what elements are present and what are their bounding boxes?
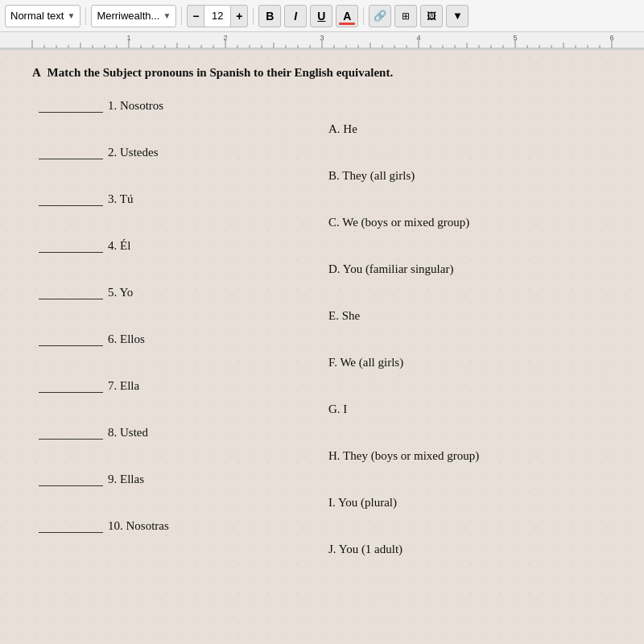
answer-line [39, 287, 103, 299]
section-label: A [32, 66, 41, 79]
style-chevron-icon: ▼ [67, 11, 75, 20]
right-spacer [322, 188, 612, 211]
svg-text:4: 4 [416, 34, 420, 42]
left-item: 7. Ella [32, 374, 322, 398]
answer-line [39, 193, 103, 206]
separator-1 [85, 7, 86, 25]
left-spacer [32, 211, 322, 234]
table-row: 10. Nosotras [32, 514, 612, 538]
number-label: 1. Nosotros [108, 99, 163, 112]
left-spacer [32, 538, 322, 561]
underline-button[interactable]: U [310, 5, 332, 27]
answer-letter: H. [328, 449, 341, 462]
left-spacer [32, 118, 322, 141]
answer-text: She [342, 309, 361, 322]
left-spacer [32, 444, 322, 468]
separator-3 [253, 7, 254, 25]
right-spacer [322, 468, 612, 491]
font-color-label: A [343, 10, 351, 23]
font-dropdown[interactable]: Merriwealth... ▼ [91, 5, 176, 27]
font-size-decrease-button[interactable]: − [187, 5, 204, 27]
table-row: D. You (familiar singular) [32, 258, 612, 281]
answer-line [39, 473, 103, 486]
number-label: 6. Ellos [108, 332, 145, 345]
answer-text: He [343, 122, 357, 135]
link-button[interactable]: 🔗 [369, 5, 391, 27]
number-label: 4. Él [108, 239, 130, 252]
insert-icon: ⊞ [402, 10, 410, 22]
left-item: 1. Nosotros [32, 94, 322, 118]
svg-text:1: 1 [126, 34, 130, 42]
left-spacer [32, 164, 322, 188]
table-row: 3. Tú [32, 188, 612, 211]
right-spacer [322, 421, 612, 444]
document-area: A Match the Subject pronouns in Spanish … [0, 50, 644, 644]
italic-button[interactable]: I [284, 5, 307, 27]
matching-table: 1. NosotrosA. He2. UstedesB. They (all g… [32, 94, 612, 561]
left-item: 8. Usted [32, 421, 322, 444]
svg-text:5: 5 [513, 34, 517, 42]
title-text: Match the Subject pronouns in Spanish to… [47, 66, 394, 79]
left-item: 9. Ellas [32, 468, 322, 491]
svg-text:6: 6 [609, 34, 613, 42]
toolbar: Normal text ▼ Merriwealth... ▼ − 12 + B … [0, 0, 644, 32]
table-row: E. She [32, 304, 612, 328]
answer-letter: C. [328, 216, 340, 229]
answer-line [39, 380, 103, 393]
table-row: A. He [32, 118, 612, 141]
right-item: C. We (boys or mixed group) [322, 211, 612, 234]
number-label: 8. Usted [108, 426, 148, 439]
right-item: J. You (1 adult) [322, 538, 612, 561]
separator-2 [181, 7, 182, 25]
answer-line [39, 520, 103, 533]
left-item: 10. Nosotras [32, 514, 322, 538]
table-row: 5. Yo [32, 281, 612, 304]
right-spacer [322, 94, 612, 118]
table-row: 6. Ellos [32, 328, 612, 351]
number-label: 10. Nosotras [108, 519, 169, 532]
font-color-button[interactable]: A [336, 5, 358, 27]
answer-line [39, 333, 103, 346]
left-item: 2. Ustedes [32, 141, 322, 164]
left-spacer [32, 304, 322, 328]
table-row: H. They (boys or mixed group) [32, 444, 612, 468]
left-spacer [32, 398, 322, 421]
left-item: 3. Tú [32, 188, 322, 211]
font-size-increase-button[interactable]: + [230, 5, 248, 27]
left-spacer [32, 258, 322, 281]
bold-label: B [266, 10, 274, 23]
right-spacer [322, 328, 612, 351]
answer-line [39, 147, 103, 159]
answer-line [39, 427, 103, 440]
answer-text: You (familiar singular) [343, 262, 454, 275]
exercise-title: A Match the Subject pronouns in Spanish … [32, 66, 612, 80]
left-spacer [32, 491, 322, 514]
answer-text: We (all girls) [340, 356, 403, 369]
answer-text: You (1 adult) [339, 543, 402, 555]
right-item: E. She [322, 304, 612, 328]
answer-line [39, 240, 103, 253]
answer-letter: F. [328, 356, 337, 369]
answer-letter: J. [328, 543, 336, 555]
more-icon: ▼ [452, 10, 463, 22]
image-button[interactable]: 🖼 [420, 5, 443, 27]
answer-text: You (plural) [338, 496, 397, 509]
more-button[interactable]: ▼ [446, 5, 469, 27]
table-row: 7. Ella [32, 374, 612, 398]
answer-text: They (boys or mixed group) [343, 449, 479, 462]
answer-letter: A. [328, 122, 341, 135]
right-spacer [322, 514, 612, 538]
table-row: 2. Ustedes [32, 141, 612, 164]
underline-label: U [317, 10, 325, 23]
table-row: 1. Nosotros [32, 94, 612, 118]
insert-button[interactable]: ⊞ [394, 5, 417, 27]
svg-text:3: 3 [320, 34, 324, 42]
table-row: B. They (all girls) [32, 164, 612, 188]
answer-letter: G. [328, 402, 341, 415]
bold-button[interactable]: B [258, 5, 281, 27]
table-row: J. You (1 adult) [32, 538, 612, 561]
table-row: G. I [32, 398, 612, 421]
table-row: I. You (plural) [32, 491, 612, 514]
table-row: C. We (boys or mixed group) [32, 211, 612, 234]
style-dropdown[interactable]: Normal text ▼ [5, 5, 80, 27]
